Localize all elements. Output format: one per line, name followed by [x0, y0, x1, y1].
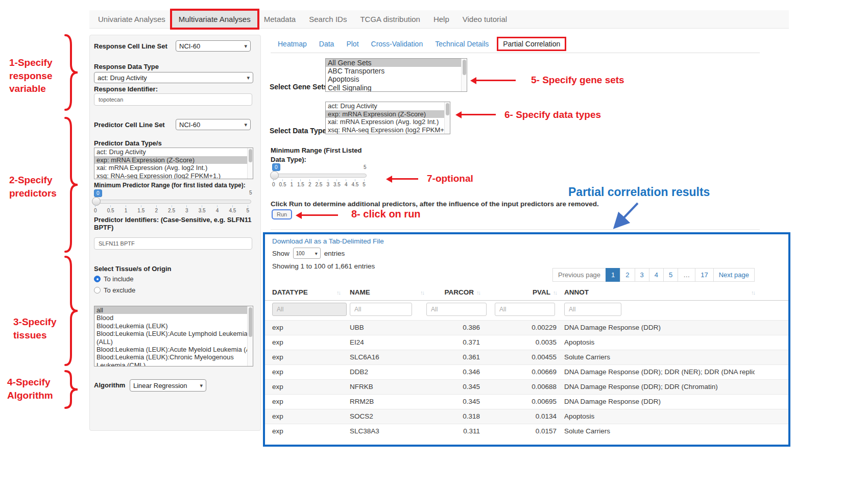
- table-row[interactable]: exp SLC6A16 0.361 0.00455 Solute Carrier…: [265, 350, 788, 364]
- tissue-origin-label: Select Tissue/s of Origin: [94, 265, 171, 273]
- predictor-range-slider-handle[interactable]: [92, 197, 101, 206]
- column-header-annot[interactable]: ANNOT ↑↓: [564, 288, 755, 296]
- listbox-scrollbar[interactable]: [247, 306, 253, 366]
- chevron-down-icon: ▾: [247, 75, 250, 81]
- table-row[interactable]: exp NFRKB 0.345 0.00688 DNA Damage Respo…: [265, 379, 788, 394]
- tab-cross-validation[interactable]: Cross-Validation: [365, 37, 429, 51]
- download-tab-delimited-link[interactable]: Download All as a Tab-Delimited File: [272, 237, 384, 245]
- listbox-option[interactable]: xsq: RNA-seq Expression (log2 FPKM+1.): [326, 126, 450, 134]
- cell-annot: DNA Damage Response (DDR): [564, 398, 755, 405]
- listbox-option[interactable]: xai: mRNA Expression (Avg. log2 Int.): [326, 118, 450, 126]
- listbox-scrollbar[interactable]: [247, 148, 253, 179]
- cell-datatype: exp: [272, 412, 344, 420]
- column-header-pval[interactable]: PVAL ↑↓: [488, 288, 557, 296]
- page-button-5[interactable]: 5: [663, 268, 678, 282]
- table-row[interactable]: exp UBB 0.386 0.00229 DNA Damage Respons…: [265, 320, 788, 335]
- listbox-option[interactable]: ABC Transporters: [326, 67, 467, 75]
- listbox-scrollbar[interactable]: [444, 102, 450, 134]
- entries-per-page-select[interactable]: 100 ▾: [293, 248, 321, 259]
- cell-datatype: exp: [272, 338, 344, 346]
- nav-item-video-tutorial[interactable]: Video tutorial: [456, 11, 514, 28]
- run-button[interactable]: Run: [272, 209, 292, 219]
- cell-datatype: exp: [272, 427, 344, 435]
- filter-input-name[interactable]: [350, 303, 412, 316]
- response-cell-line-select[interactable]: NCI-60 ▾: [176, 40, 251, 52]
- listbox-option-selected[interactable]: all: [94, 306, 253, 314]
- tick-label: 4: [345, 179, 348, 187]
- show-label: Show: [272, 250, 290, 257]
- listbox-scrollbar[interactable]: [461, 59, 467, 91]
- listbox-option-selected[interactable]: exp: mRNA Expression (Z-Score): [94, 156, 253, 164]
- column-header-parcor[interactable]: PARCOR ↑↓: [411, 288, 480, 296]
- tissue-include-radio[interactable]: To include: [94, 275, 134, 283]
- nav-item-help[interactable]: Help: [427, 11, 456, 28]
- filter-input-datatype[interactable]: [272, 303, 347, 316]
- tick-label: 0: [272, 179, 275, 187]
- data-types-label: Select Data Types: [270, 127, 330, 135]
- nav-item-multivariate-analyses[interactable]: Multivariate Analyses: [172, 11, 257, 28]
- sort-icon: ↑↓: [336, 289, 340, 296]
- listbox-option-selected[interactable]: All Gene Sets: [326, 59, 467, 67]
- min-range-slider-track[interactable]: [272, 174, 367, 178]
- listbox-option[interactable]: Blood:Leukemia (LEUK): [94, 322, 253, 330]
- listbox-option[interactable]: Blood:Leukemia (LEUK):Acute Lymphoid Leu…: [94, 330, 253, 346]
- filter-input-annot[interactable]: [564, 303, 621, 316]
- page-button-17[interactable]: 17: [695, 268, 713, 282]
- listbox-option[interactable]: act: Drug Activity: [94, 148, 253, 156]
- column-header-datatype[interactable]: DATATYPE ↑↓: [272, 288, 340, 296]
- tick-label: 0.5: [279, 179, 286, 187]
- nav-item-univariate-analyses[interactable]: Univariate Analyses: [91, 11, 172, 28]
- predictor-cell-line-select[interactable]: NCI-60 ▾: [176, 119, 251, 130]
- tab-technical-details[interactable]: Technical Details: [429, 37, 495, 51]
- predictor-identifiers-input[interactable]: [94, 237, 252, 250]
- table-row[interactable]: exp SLC38A3 0.311 0.0157 Solute Carriers: [265, 424, 788, 438]
- tick-label: 2: [155, 205, 158, 213]
- annotation-step4: 4-Specify Algorithm: [7, 376, 53, 402]
- listbox-option[interactable]: xai: mRNA Expression (Avg. log2 Int.): [94, 164, 253, 172]
- listbox-option[interactable]: Blood:Leukemia (LEUK):Chronic Myelogenou…: [94, 353, 253, 367]
- cell-pval: 0.00455: [488, 353, 557, 361]
- table-row[interactable]: exp SOCS2 0.318 0.0134 Apoptosis: [265, 409, 788, 424]
- min-range-slider-handle[interactable]: [270, 171, 279, 180]
- listbox-option[interactable]: Cell Signaling: [326, 84, 467, 92]
- algorithm-select[interactable]: Linear Regression ▾: [130, 379, 206, 392]
- next-page-button[interactable]: Next page: [713, 268, 755, 282]
- predictor-data-types-label: Predictor Data Type/s: [94, 139, 162, 147]
- table-row[interactable]: exp EI24 0.371 0.0035 Apoptosis: [265, 335, 788, 350]
- nav-item-metadata[interactable]: Metadata: [257, 11, 303, 28]
- showing-entries-text: Showing 1 to 100 of 1,661 entries: [272, 262, 375, 270]
- results-tab-bar: Heatmap Data Plot Cross-Validation Techn…: [272, 37, 566, 51]
- brace-step3: [64, 255, 80, 367]
- listbox-option[interactable]: Blood:Leukemia (LEUK):Acute Myeloid Leuk…: [94, 346, 253, 353]
- tab-data[interactable]: Data: [313, 37, 341, 51]
- cell-name: RRM2B: [350, 398, 416, 405]
- page-button-1[interactable]: 1: [606, 268, 620, 282]
- listbox-option[interactable]: xsq: RNA-seq Expression (log2 FPKM+1.): [94, 172, 253, 180]
- tissue-exclude-radio[interactable]: To exclude: [94, 286, 135, 294]
- page-button-4[interactable]: 4: [649, 268, 664, 282]
- predictor-range-slider-track[interactable]: [94, 200, 251, 204]
- response-identifier-input[interactable]: [94, 93, 252, 106]
- page-ellipsis: …: [678, 268, 695, 282]
- table-row[interactable]: exp RRM2B 0.345 0.00695 DNA Damage Respo…: [265, 394, 788, 409]
- sort-icon: ↑↓: [553, 289, 557, 296]
- page-button-2[interactable]: 2: [620, 268, 635, 282]
- nav-item-search-ids[interactable]: Search IDs: [302, 11, 353, 28]
- listbox-option[interactable]: act: Drug Activity: [326, 102, 450, 110]
- filter-input-pval[interactable]: [495, 303, 555, 316]
- table-row[interactable]: exp DDB2 0.346 0.00669 DNA Damage Respon…: [265, 364, 788, 379]
- listbox-option-selected[interactable]: exp: mRNA Expression (Z-Score): [326, 110, 450, 118]
- cell-datatype: exp: [272, 398, 344, 405]
- tab-partial-correlation[interactable]: Partial Correlation: [497, 37, 566, 51]
- filter-input-parcor[interactable]: [426, 303, 487, 316]
- tick-label: 3.5: [199, 205, 206, 213]
- listbox-option[interactable]: Apoptosis: [326, 75, 467, 83]
- tab-heatmap[interactable]: Heatmap: [272, 37, 313, 51]
- listbox-option[interactable]: Blood: [94, 314, 253, 322]
- response-data-type-select[interactable]: act: Drug Activity ▾: [94, 72, 253, 83]
- tab-plot[interactable]: Plot: [340, 37, 365, 51]
- column-label: PARCOR: [444, 288, 474, 296]
- previous-page-button[interactable]: Previous page: [552, 268, 606, 282]
- page-button-3[interactable]: 3: [635, 268, 649, 282]
- nav-item-tcga-distribution[interactable]: TCGA distribution: [353, 11, 427, 28]
